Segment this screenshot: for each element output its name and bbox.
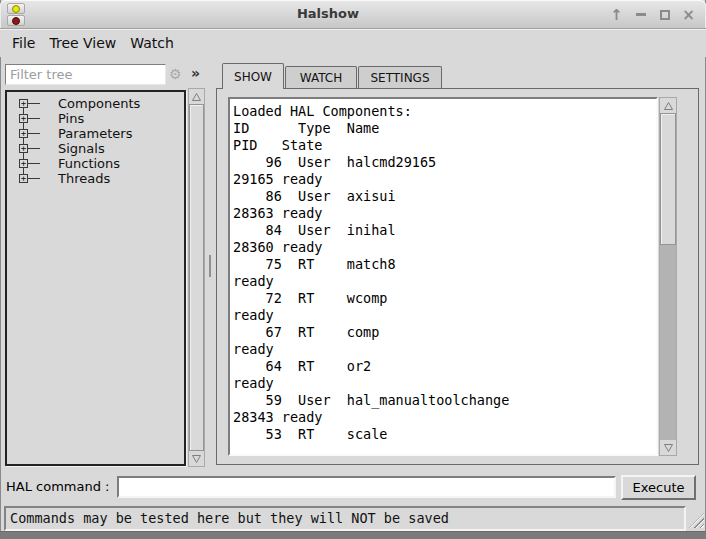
yellow-light-icon [12,5,20,13]
maximize-icon [660,10,670,20]
status-message: Commands may be tested here but they wil… [4,506,686,531]
tree-label[interactable]: Parameters [58,126,132,141]
menu-watch[interactable]: Watch [123,35,181,51]
filter-expand-chevron-icon[interactable]: » [191,65,200,81]
app-icon-top [7,3,25,14]
menubar: File Tree View Watch [0,29,706,57]
tree-scrollbar-thumb[interactable] [189,104,204,451]
execute-button[interactable]: Execute [621,475,696,500]
halshow-window: Halshow ↑ × File Tree View Watch ⚙ » + C… [0,0,706,539]
scroll-down-arrow-icon[interactable] [189,451,204,466]
expand-plus-icon[interactable]: + [19,174,28,183]
tree-stub-line [28,178,40,179]
filter-settings-gear-icon[interactable]: ⚙ [169,66,182,82]
tree-label[interactable]: Pins [58,111,84,126]
show-output-textarea[interactable]: Loaded HAL Components: ID Type Name PID … [228,97,658,456]
scroll-down-arrow-icon[interactable] [660,440,676,455]
maximize-button[interactable] [657,7,672,23]
tree-stub-line [28,103,40,104]
tree-item-parameters[interactable]: + Parameters [7,126,184,141]
tree-label[interactable]: Signals [58,141,105,156]
tree-stub-line [28,133,40,134]
menu-file[interactable]: File [5,35,42,51]
minimize-button[interactable] [633,7,648,23]
expand-plus-icon[interactable]: + [19,99,28,108]
output-scrollbar-thumb[interactable] [660,113,676,245]
tab-watch[interactable]: WATCH [285,66,357,89]
expand-plus-icon[interactable]: + [19,129,28,138]
window-menu-button[interactable] [7,3,25,27]
tree-stub-line [28,163,40,164]
shade-button[interactable]: ↑ [609,7,624,23]
window-bottom-border [0,531,706,539]
close-button[interactable]: × [681,7,696,23]
output-scrollbar[interactable] [659,97,677,456]
tree-label[interactable]: Functions [58,156,120,171]
window-title: Halshow [60,6,596,21]
tab-show[interactable]: SHOW [222,63,284,89]
minimize-icon [636,13,646,16]
main-area: ⚙ » + Components + Pins + Para [0,57,706,531]
hal-components-output: Loaded HAL Components: ID Type Name PID … [230,99,656,443]
app-icon-bottom [7,15,25,26]
expand-plus-icon[interactable]: + [19,114,28,123]
tree-item-signals[interactable]: + Signals [7,141,184,156]
red-light-icon [12,17,20,25]
tab-settings[interactable]: SETTINGS [358,66,442,89]
tree-item-components[interactable]: + Components [7,96,184,111]
tree-item-pins[interactable]: + Pins [7,111,184,126]
titlebar[interactable]: Halshow ↑ × [0,0,706,29]
hal-command-input[interactable] [117,476,616,498]
tree-label[interactable]: Components [58,96,140,111]
pane-sash-handle[interactable] [209,255,211,277]
hal-command-label: HAL command : [6,479,109,494]
tree-label[interactable]: Threads [58,171,110,186]
tree-item-functions[interactable]: + Functions [7,156,184,171]
hal-tree: + Components + Pins + Parameters + [5,90,186,466]
menu-tree-view[interactable]: Tree View [42,35,123,51]
tree-stub-line [28,148,40,149]
scroll-up-arrow-icon[interactable] [660,98,676,113]
scroll-up-arrow-icon[interactable] [189,89,204,104]
tree-stub-line [28,118,40,119]
tree-item-threads[interactable]: + Threads [7,171,184,186]
window-controls: ↑ × [609,0,696,29]
expand-plus-icon[interactable]: + [19,159,28,168]
expand-plus-icon[interactable]: + [19,144,28,153]
tree-scrollbar[interactable] [188,88,205,467]
resize-grip[interactable] [689,513,704,528]
filter-tree-input[interactable] [5,64,166,85]
